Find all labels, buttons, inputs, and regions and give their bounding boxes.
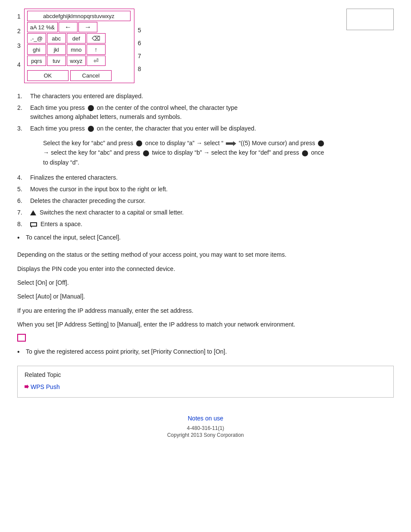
item3-pre: Each time you press: [30, 125, 85, 132]
red-square-icon: [17, 334, 26, 342]
item-num-6: 6.: [17, 196, 30, 205]
kb-right-arrow: →: [78, 22, 97, 32]
row-label-4: 4: [17, 59, 21, 71]
kb-abc: abc: [47, 33, 66, 44]
related-topic-title: Related Topic: [25, 371, 386, 378]
item-num-7: 7.: [17, 208, 30, 217]
kb-row1-text: abcdefghijklmnopqrstuvwxyz: [27, 11, 131, 21]
kb-tuv: tuv: [47, 56, 66, 66]
kb-space: ⏎: [87, 56, 106, 66]
kb-backspace: ⌫: [87, 33, 106, 44]
row-labels: 1 2 3 4: [17, 10, 21, 72]
related-link-text: WPS Push: [31, 383, 60, 390]
notes-on-use-link[interactable]: Notes on use: [188, 415, 224, 422]
list-item-3: 3. Each time you press on the center, th…: [17, 124, 394, 133]
top-right-box: [346, 9, 394, 30]
circle-bullet-select3: [143, 150, 149, 156]
select-mid2: “((5) Move cursor) and press: [239, 140, 315, 146]
item-text-4: Finalizes the entered characters.: [30, 173, 394, 182]
item-num-4: 4.: [17, 173, 30, 182]
select-pre: Select the key for “abc” and press: [43, 140, 133, 146]
keyboard-section: 1 2 3 4 abcdefghijklmnopqrstuvwxyz aA 12…: [17, 9, 394, 83]
select-mid5: once: [311, 149, 324, 156]
kb-wxyz: wxyz: [67, 56, 86, 66]
circle-bullet-select4: [302, 150, 308, 156]
instructions-list: 1. The characters you entered are displa…: [17, 92, 394, 133]
arrow-icon-1: [226, 140, 236, 146]
space-icon: [30, 222, 37, 227]
footer-copyright: Copyright 2013 Sony Corporation: [17, 432, 394, 438]
circle-bullet-2: [88, 105, 94, 111]
kb-aA: aA 12 %&: [27, 22, 58, 32]
item-num-5: 5.: [17, 185, 30, 194]
item-text-1: The characters you entered are displayed…: [30, 92, 394, 101]
row-label-2: 2: [17, 25, 21, 37]
item-text-2: Each time you press on the center of the…: [30, 103, 394, 121]
kb-sym: .-_@: [27, 33, 46, 44]
footer: Notes on use 4-480-316-11(1) Copyright 2…: [17, 415, 394, 438]
select-mid1: once to display “a” → select “: [145, 140, 223, 146]
kb-ok: OK: [27, 70, 68, 81]
item-text-7: Switches the next character to a capital…: [30, 208, 394, 217]
related-topic-box: Related Topic WPS Push: [17, 366, 394, 398]
bullet-dot-1: •: [17, 233, 26, 243]
select-end: to display “d”.: [43, 159, 79, 166]
keyboard-grid: abcdefghijklmnopqrstuvwxyz aA 12 %& ← → …: [24, 9, 134, 83]
kb-mno: mno: [67, 44, 86, 55]
col-label-7: 7: [138, 50, 141, 62]
item-text-5: Moves the cursor in the input box to the…: [30, 185, 394, 194]
list-item-6: 6. Deletes the character preceding the c…: [17, 196, 394, 205]
item-text-6: Deletes the character preceding the curs…: [30, 196, 394, 205]
kb-pqrs: pqrs: [27, 56, 46, 66]
bullet-list-1: • To cancel the input, select [Cancel].: [17, 233, 394, 243]
kb-row-5: pqrs tuv wxyz ⏎: [27, 56, 131, 66]
kb-up: ↑: [87, 44, 106, 55]
up-arrow-icon: [30, 210, 36, 215]
col-label-6: 6: [138, 37, 141, 49]
keyboard-diagram: 1 2 3 4 abcdefghijklmnopqrstuvwxyz aA 12…: [17, 9, 141, 83]
kb-row-2: aA 12 %& ← →: [27, 22, 131, 32]
para-automanual: Select [Auto] or [Manual].: [17, 292, 394, 301]
row-label-3: 3: [17, 40, 21, 52]
kb-cancel: Cancel: [70, 70, 112, 81]
para-ip-match: When you set [IP Address Setting] to [Ma…: [17, 320, 394, 329]
kb-left-arrow: ←: [59, 22, 78, 32]
kb-row-4: ghi jkl mno ↑: [27, 44, 131, 55]
circle-bullet-select2: [318, 140, 324, 146]
bullet-item-1: • To cancel the input, select [Cancel].: [17, 233, 394, 243]
list-item-2: 2. Each time you press on the center of …: [17, 103, 394, 121]
bullet-list-2: • To give the registered access point pr…: [17, 347, 394, 357]
kb-ok-row: OK Cancel: [27, 70, 131, 81]
item-num-8: 8.: [17, 220, 30, 229]
item3-mid: on the center, the character that you en…: [97, 125, 256, 132]
col-label-5: 5: [138, 24, 141, 36]
para-ip-manual: If you are entering the IP address manua…: [17, 306, 394, 315]
item-num-2: 2.: [17, 103, 30, 121]
item2-cont: switches among alphabet letters, numeral…: [30, 113, 182, 120]
kb-ghi: ghi: [27, 44, 46, 55]
bullet-text-2: To give the registered access point prio…: [26, 347, 227, 356]
para-onoff: Select [On] or [Off].: [17, 278, 394, 287]
item-num-1: 1.: [17, 92, 30, 101]
para-access: Depending on the status or the setting m…: [17, 250, 394, 259]
bullet-text-1: To cancel the input, select [Cancel].: [26, 233, 121, 242]
list-item-8: 8. Enters a space.: [17, 220, 394, 229]
footer-docnum: 4-480-316-11(1): [17, 425, 394, 431]
col-label-8: 8: [138, 63, 141, 75]
item2-pre: Each time you press: [30, 104, 85, 111]
kb-jkl: jkl: [47, 44, 66, 55]
row-label-1: 1: [17, 10, 21, 22]
item2-mid: on the center of the control wheel, the …: [97, 104, 238, 111]
list-item-1: 1. The characters you entered are displa…: [17, 92, 394, 101]
related-topic-link[interactable]: WPS Push: [25, 383, 386, 390]
list-item-5: 5. Moves the cursor in the input box to …: [17, 185, 394, 194]
instructions-list-2: 4. Finalizes the entered characters. 5. …: [17, 173, 394, 229]
select-paragraph: Select the key for “abc” and press once …: [43, 138, 394, 167]
footer-notes: Notes on use: [17, 415, 394, 422]
col-labels: 5 6 7 8: [138, 10, 141, 76]
kb-row-3: .-_@ abc def ⌫: [27, 33, 131, 44]
page-content: 1 2 3 4 abcdefghijklmnopqrstuvwxyz aA 12…: [17, 9, 394, 438]
bullet-dot-2: •: [17, 347, 26, 357]
item-num-3: 3.: [17, 124, 30, 133]
select-mid3: → select the key for “abc” and press: [43, 149, 140, 156]
